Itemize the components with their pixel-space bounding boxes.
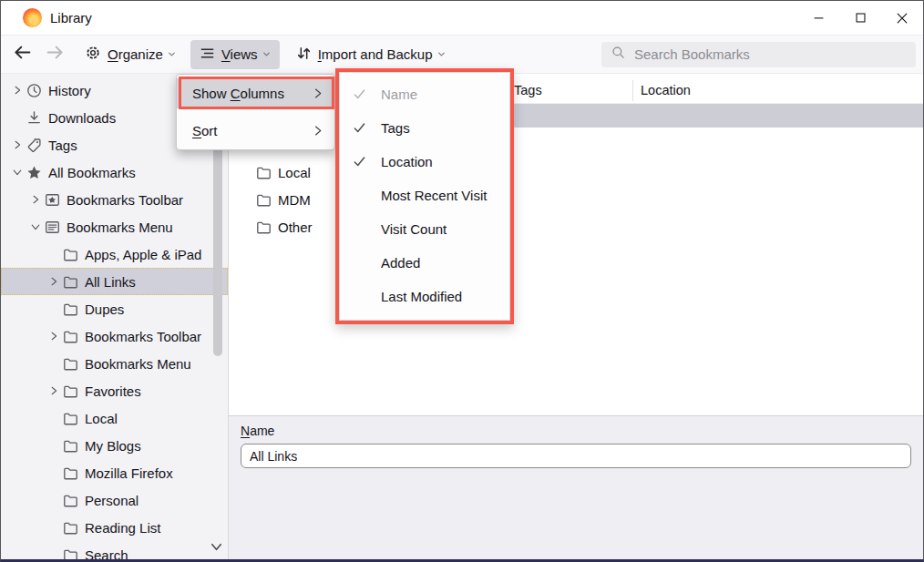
- checkmark-icon: [353, 87, 378, 101]
- sidebar-item-label: Downloads: [48, 110, 116, 126]
- sidebar-item-dupes[interactable]: Dupes: [1, 295, 228, 322]
- firefox-logo-icon: [23, 8, 42, 27]
- submenu-item-label: Tags: [381, 120, 410, 136]
- submenu-item-tags[interactable]: Tags: [340, 111, 509, 145]
- tag-icon: [26, 138, 48, 153]
- column-header-location[interactable]: Location: [641, 83, 691, 97]
- sidebar-item-label: All Bookmarks: [48, 165, 136, 180]
- sidebar-scrollbar-thumb[interactable]: [213, 142, 222, 356]
- forward-button[interactable]: [41, 41, 68, 68]
- views-button[interactable]: Views: [190, 40, 280, 69]
- chevron-right-icon[interactable]: [45, 385, 63, 396]
- submenu-item-name[interactable]: Name: [340, 77, 509, 111]
- sidebar-item-label: Dupes: [85, 301, 124, 317]
- folder-icon: [63, 329, 85, 344]
- chevron-down-icon[interactable]: [8, 167, 26, 178]
- content-folder-label: Local: [278, 165, 311, 180]
- sidebar-item-label: Favorites: [85, 383, 141, 399]
- import-and-backup-label: Import and Backup: [318, 46, 433, 62]
- submenu-item-most-recent-visit[interactable]: Most Recent Visit: [340, 179, 509, 212]
- folder-icon: [256, 220, 272, 235]
- folder-icon: [63, 383, 85, 399]
- sidebar-item-all-links[interactable]: All Links: [1, 268, 228, 295]
- search-input[interactable]: [632, 46, 906, 63]
- import-export-arrows-icon: [296, 46, 312, 64]
- sidebar-item-reading-list[interactable]: Reading List: [1, 514, 228, 541]
- import-and-backup-button[interactable]: Import and Backup: [287, 40, 455, 69]
- submenu-item-location[interactable]: Location: [340, 145, 509, 179]
- sidebar-item-bookmarks-menu[interactable]: Bookmarks Menu: [1, 350, 228, 377]
- content-folder-local[interactable]: Local: [256, 158, 311, 186]
- chevron-down-icon: [437, 50, 446, 58]
- submenu-item-label: Last Modified: [381, 289, 462, 304]
- organize-button[interactable]: Organize: [76, 40, 185, 69]
- checkmark-icon: [353, 121, 378, 135]
- content-folder-mdm[interactable]: MDM: [256, 186, 311, 213]
- chevron-right-icon[interactable]: [8, 85, 26, 96]
- folder-icon: [63, 520, 85, 536]
- submenu-item-visit-count[interactable]: Visit Count: [340, 212, 509, 246]
- sidebar-item-label: Local: [85, 411, 118, 426]
- chevron-right-icon[interactable]: [45, 276, 63, 287]
- starbox-icon: [45, 192, 67, 208]
- close-icon: [896, 12, 909, 25]
- sidebar-item-personal[interactable]: Personal: [1, 486, 228, 514]
- sidebar-item-search[interactable]: Search: [1, 541, 228, 561]
- close-button[interactable]: [881, 1, 923, 35]
- folder-icon: [63, 438, 85, 454]
- gear-icon: [85, 45, 101, 64]
- sidebar-item-apps-apple-ipad[interactable]: Apps, Apple & iPad: [1, 240, 228, 268]
- sidebar-item-label: Personal: [85, 493, 139, 508]
- sidebar-item-label: Tags: [48, 138, 77, 153]
- sidebar-item-label: Bookmarks Toolbar: [85, 329, 201, 344]
- search-box[interactable]: [601, 42, 916, 67]
- submenu-arrow-icon: [312, 125, 323, 137]
- chevron-right-icon[interactable]: [26, 194, 45, 205]
- folder-icon: [256, 192, 272, 208]
- sidebar-item-label: Bookmarks Toolbar: [67, 192, 183, 208]
- content-folder-other[interactable]: Other: [256, 213, 313, 240]
- column-divider[interactable]: [632, 80, 633, 101]
- chevron-down-icon[interactable]: [26, 221, 45, 232]
- menu-item-show-columns[interactable]: Show Columns: [177, 78, 334, 108]
- back-arrow-icon: [13, 43, 32, 66]
- sidebar-item-bookmarks-toolbar[interactable]: Bookmarks Toolbar: [1, 322, 228, 350]
- sidebar-item-all-bookmarks[interactable]: All Bookmarks: [1, 158, 228, 186]
- window-title: Library: [50, 10, 92, 26]
- sidebar-item-label: Bookmarks Menu: [67, 220, 173, 235]
- sidebar-item-my-blogs[interactable]: My Blogs: [1, 432, 228, 459]
- sidebar-item-label: Search: [85, 547, 128, 562]
- column-header-tags[interactable]: Tags: [514, 83, 542, 97]
- library-window: Library Organize Views: [0, 0, 924, 562]
- sidebar-item-label: My Blogs: [85, 438, 141, 454]
- back-button[interactable]: [8, 41, 36, 68]
- minimize-icon: [813, 12, 825, 24]
- submenu-item-added[interactable]: Added: [340, 246, 509, 280]
- chevron-right-icon[interactable]: [8, 139, 26, 150]
- folder-icon: [63, 547, 85, 562]
- menu-item-sort[interactable]: Sort: [177, 116, 334, 146]
- name-field-label: Name: [241, 424, 911, 438]
- scroll-down-indicator[interactable]: [210, 540, 223, 557]
- views-dropdown-menu: Show ColumnsSort: [176, 74, 335, 150]
- details-panel: Name: [229, 415, 923, 561]
- menu-item-label: Sort: [192, 123, 312, 138]
- sidebar-item-label: Reading List: [85, 520, 160, 536]
- sidebar-item-favorites[interactable]: Favorites: [1, 377, 228, 404]
- minimize-button[interactable]: [797, 1, 839, 35]
- menubox-icon: [45, 220, 67, 235]
- maximize-button[interactable]: [839, 1, 881, 35]
- organize-label: Organize: [108, 46, 163, 62]
- chevron-right-icon[interactable]: [45, 331, 63, 342]
- name-field-input[interactable]: [241, 444, 911, 468]
- submenu-item-label: Visit Count: [381, 221, 447, 237]
- submenu-arrow-icon: [312, 87, 323, 99]
- submenu-item-last-modified[interactable]: Last Modified: [340, 280, 509, 313]
- forward-arrow-icon: [46, 43, 65, 66]
- folder-icon: [63, 493, 85, 508]
- sidebar-item-bookmarks-toolbar[interactable]: Bookmarks Toolbar: [1, 186, 228, 213]
- sidebar-item-mozilla-firefox[interactable]: Mozilla Firefox: [1, 459, 228, 486]
- sidebar-item-local[interactable]: Local: [1, 404, 228, 432]
- chevron-down-icon: [262, 50, 271, 58]
- sidebar-item-bookmarks-menu[interactable]: Bookmarks Menu: [1, 213, 228, 240]
